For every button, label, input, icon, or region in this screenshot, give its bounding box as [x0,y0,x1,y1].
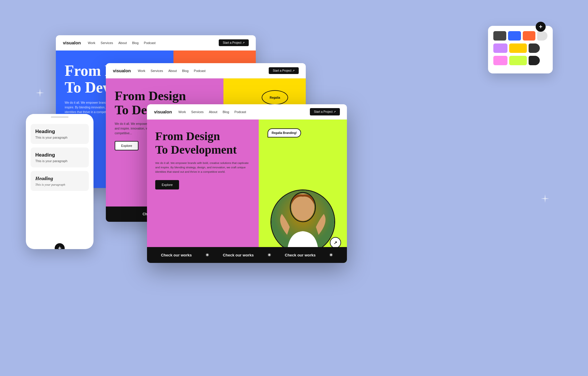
nav-blog[interactable]: Blog [182,69,188,73]
swatch-near-black [529,56,540,65]
browser-front-heading: From DesignTo Development [155,130,250,157]
browser-front-navbar: visualon Work Services About Blog Podcas… [147,104,347,120]
browser-mid-cta[interactable]: Start a Project ↗ [269,67,299,74]
palette-row-2 [493,43,547,53]
browser-front-explore-btn[interactable]: Explore [155,180,179,189]
phone-content: Heading This is your paragraph Heading T… [26,120,93,195]
swatch-blue [508,31,521,41]
phone-notch [26,114,93,120]
nav-podcast[interactable]: Podcast [144,41,156,45]
nav-work[interactable]: Work [178,110,186,114]
nav-services[interactable]: Services [151,69,163,73]
phone-card-3-paragraph: This is your paragraph [35,183,84,186]
browser-front-left-panel: From DesignTo Development We do it all. … [147,120,259,263]
phone-card-2-paragraph: This is your paragraph [35,159,84,163]
sparkle-decoration-2 [540,194,550,203]
swatch-purple [493,43,507,53]
check-works-front-2: Check our works [223,253,254,257]
phone-card-1-paragraph: This is your paragraph [35,136,84,139]
browser-front-right-panel: Regalia Branding! [259,120,347,263]
regalia-bubble-front: Regalia Branding! [268,128,301,137]
browser-front-body: From DesignTo Development We do it all. … [147,120,347,263]
phone-card-1-heading: Heading [35,129,84,135]
phone-notch-bar [51,116,69,118]
check-works-front-1: Check our works [161,253,192,257]
nav-services[interactable]: Services [101,41,113,45]
nav-podcast[interactable]: Podcast [234,110,246,114]
browser-mid-nav: Work Services About Blog Podcast [138,69,206,73]
swatch-lime [509,56,527,65]
nav-services[interactable]: Services [191,110,203,114]
nav-blog[interactable]: Blog [132,41,138,45]
browser-front-paragraph: We do it all. We empower brands with bol… [155,161,250,174]
star-front-1: ✳ [206,253,209,257]
person-image-circle [270,189,335,254]
nav-work[interactable]: Work [88,41,95,45]
nav-podcast[interactable]: Podcast [194,69,206,73]
palette-row-1 [493,31,547,41]
color-palette-card: + [488,26,553,73]
person-illustration [271,190,334,253]
nav-blog[interactable]: Blog [223,110,229,114]
browser-front-nav: Work Services About Blog Podcast [178,110,246,114]
nav-about[interactable]: About [209,110,218,114]
palette-plus-button[interactable]: + [536,22,546,32]
phone-card-3-heading: Heading [35,176,84,182]
star-front-2: ✳ [268,253,271,257]
swatch-pink [493,56,507,65]
arrow-icon[interactable]: ↗ [330,237,341,248]
palette-row-3 [493,56,547,65]
swatch-charcoal [529,43,540,53]
browser-front-logo: visualon [154,109,172,114]
phone-card-3: Heading This is your paragraph [31,171,89,191]
nav-about[interactable]: About [168,69,177,73]
browser-front: visualon Work Services About Blog Podcas… [147,104,347,263]
browser-mid-logo: visualon [113,68,131,73]
browser-back-logo: visualon [63,40,81,45]
sparkle-decoration-1 [35,88,45,98]
nav-work[interactable]: Work [138,69,145,73]
nav-about[interactable]: About [118,41,127,45]
browser-back-navbar: visualon Work Services About Blog Podcas… [56,35,256,51]
phone-card-2-heading: Heading [35,152,84,158]
swatch-dark-gray [493,31,506,41]
phone-card-1: Heading This is your paragraph [31,124,89,144]
star-front-3: ✳ [329,253,333,257]
phone-card-2: Heading This is your paragraph [31,147,89,167]
regalia-bubble-mid: Regalia [262,90,288,105]
browser-mid-explore-btn[interactable]: Explore [115,141,138,150]
swatch-orange [523,31,536,41]
swatch-light-gray [537,31,547,41]
swatch-yellow [509,43,527,53]
browser-back-nav: Work Services About Blog Podcast [88,41,156,45]
browser-mid-navbar: visualon Work Services About Blog Podcas… [106,63,306,78]
check-works-front-3: Check our works [285,253,316,257]
phone-plus-button[interactable]: + [55,243,65,249]
browser-front-cta[interactable]: Start a Project ↗ [310,108,340,115]
browser-front-bottom-bar: Check our works ✳ Check our works ✳ Chec… [147,247,347,263]
mobile-phone: Heading This is your paragraph Heading T… [26,114,93,249]
browser-back-cta[interactable]: Start a Project ↗ [219,39,249,46]
